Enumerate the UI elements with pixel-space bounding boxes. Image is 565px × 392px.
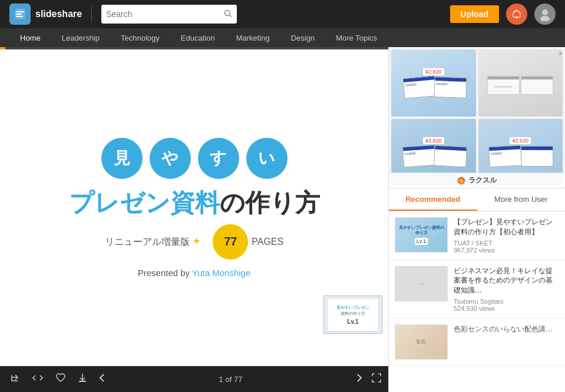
rec-info-1: 【プレゼン】見やすいプレゼン資料の作り方【初心者用】 TUAT / SKET 9…: [454, 217, 559, 254]
logo-area[interactable]: slideshare: [9, 4, 82, 25]
rec-thumb-1: 見やすいプレゼン資料の作り方 Lv.1: [395, 217, 448, 253]
slide-area: 見 や す い プレゼン資料の作り方 リニューアル増量版 ✦: [0, 47, 388, 392]
rec-item-1[interactable]: 見やすいプレゼン資料の作り方 Lv.1 【プレゼン】見やすいプレゼン資料の作り方…: [389, 211, 565, 260]
navigation: Home Leadership Technology Education Mar…: [0, 28, 565, 47]
slide-sub: リニューアル増量版 ✦ 77 PAGES: [69, 224, 320, 260]
upload-button[interactable]: Upload: [450, 5, 499, 23]
favorite-button[interactable]: [53, 371, 68, 388]
ad-close-button[interactable]: ×: [559, 49, 563, 58]
svg-rect-1: [16, 11, 24, 12]
svg-point-4: [225, 10, 230, 15]
header: slideshare Upload: [0, 0, 565, 28]
avatar[interactable]: [534, 4, 556, 25]
tab-more-from-user[interactable]: More from User: [477, 188, 566, 211]
ad-banner: × ¥2,620 CASINO CASINO: [389, 47, 565, 188]
controls-bar: 1 of 77: [0, 366, 388, 392]
ad-cell-1: ¥2,620 CASINO CASINO: [391, 49, 476, 117]
nav-home[interactable]: Home: [9, 28, 51, 47]
svg-point-9: [542, 9, 548, 15]
rec-title-1: 【プレゼン】見やすいプレゼン資料の作り方【初心者用】: [454, 217, 559, 237]
share-button[interactable]: [7, 370, 22, 388]
logo-icon: [9, 4, 31, 25]
download-button[interactable]: [75, 370, 90, 388]
slide-thumbnail: 見やすいプレゼン 資料の作り方 Lv.1: [323, 295, 382, 334]
recommended-tabs: Recommended More from User: [389, 188, 565, 211]
pages-label: PAGES: [252, 237, 283, 247]
slide-image: 見 や す い プレゼン資料の作り方 リニューアル増量版 ✦: [0, 49, 388, 366]
nav-design[interactable]: Design: [280, 28, 325, 47]
slide-circles: 見 や す い: [69, 138, 320, 179]
ad-grid: ¥2,620 CASINO CASINO: [389, 47, 565, 188]
nav-education[interactable]: Education: [170, 28, 226, 47]
circle-1: 見: [101, 138, 143, 179]
next-button[interactable]: [354, 371, 365, 388]
nav-marketing[interactable]: Marketing: [226, 28, 280, 47]
circle-2: や: [150, 138, 191, 179]
rec-views-2: 524,930 views: [454, 305, 559, 312]
svg-text:ラ: ラ: [459, 178, 464, 184]
ad-logo: ラ ラクスル: [389, 172, 565, 188]
slide-title-dark: の作り方: [220, 189, 320, 217]
slide-content: 見 や す い プレゼン資料の作り方 リニューアル増量版 ✦: [57, 126, 332, 289]
svg-point-10: [540, 16, 550, 21]
fullscreen-button[interactable]: [372, 373, 381, 385]
slide-container[interactable]: 見 や す い プレゼン資料の作り方 リニューアル増量版 ✦: [0, 49, 388, 366]
rec-item-3[interactable]: 配色 色彩センスのいらない配色講…: [389, 318, 565, 366]
rec-thumb-3: 配色: [395, 324, 448, 360]
circle-4: い: [246, 138, 288, 179]
rec-author-2: Tsutomu Sogitani: [454, 298, 559, 305]
svg-rect-2: [16, 14, 22, 15]
rec-author-1: TUAT / SKET: [454, 240, 559, 247]
search-button[interactable]: [224, 9, 232, 19]
rec-title-3: 色彩センスのいらない配色講…: [454, 324, 559, 334]
embed-button[interactable]: [29, 371, 46, 388]
prev-button[interactable]: [97, 371, 107, 388]
svg-rect-8: [516, 17, 518, 18]
rec-info-3: 色彩センスのいらない配色講…: [454, 324, 559, 360]
rec-thumb-2: —: [395, 266, 448, 301]
rec-views-1: 967,972 views: [454, 247, 559, 254]
nav-more-topics[interactable]: More Topics: [325, 28, 388, 47]
notifications-button[interactable]: [506, 4, 527, 25]
main-content: 見 や す い プレゼン資料の作り方 リニューアル増量版 ✦: [0, 47, 565, 392]
spark-icon: ✦: [192, 235, 201, 247]
presenter-link[interactable]: Yuta Morishige: [192, 268, 250, 278]
slide-title-blue: プレゼン資料: [69, 189, 220, 217]
logo-divider: [91, 6, 92, 22]
tab-recommended[interactable]: Recommended: [389, 188, 477, 211]
svg-rect-12: [79, 381, 86, 382]
search-box: [101, 5, 237, 24]
rec-item-2[interactable]: — ビジネスマン必見！キレイな提案書を作るためのデザインの基礎知識… Tsuto…: [389, 260, 565, 318]
rec-info-2: ビジネスマン必見！キレイな提案書を作るためのデザインの基礎知識… Tsutomu…: [454, 266, 559, 312]
search-input[interactable]: [106, 9, 224, 19]
presenter-line: Presented by Yuta Morishige: [69, 268, 320, 278]
svg-line-5: [230, 15, 232, 17]
svg-line-6: [513, 10, 517, 13]
rec-title-2: ビジネスマン必見！キレイな提案書を作るためのデザインの基礎知識…: [454, 266, 559, 295]
nav-leadership[interactable]: Leadership: [51, 28, 110, 47]
circle-3: す: [198, 138, 239, 179]
right-panel: × ¥2,620 CASINO CASINO: [388, 47, 565, 392]
slide-title: プレゼン資料の作り方: [69, 188, 320, 218]
pages-badge: 77: [213, 224, 248, 260]
svg-rect-3: [16, 16, 23, 17]
recommended-list: 見やすいプレゼン資料の作り方 Lv.1 【プレゼン】見やすいプレゼン資料の作り方…: [389, 211, 565, 392]
slide-subtitle: リニューアル増量版 ✦: [105, 235, 201, 248]
ad-cell-2: [478, 49, 563, 117]
svg-line-7: [517, 10, 520, 13]
page-indicator: 1 of 77: [114, 375, 347, 384]
logo-text: slideshare: [35, 9, 82, 19]
nav-technology[interactable]: Technology: [110, 28, 170, 47]
